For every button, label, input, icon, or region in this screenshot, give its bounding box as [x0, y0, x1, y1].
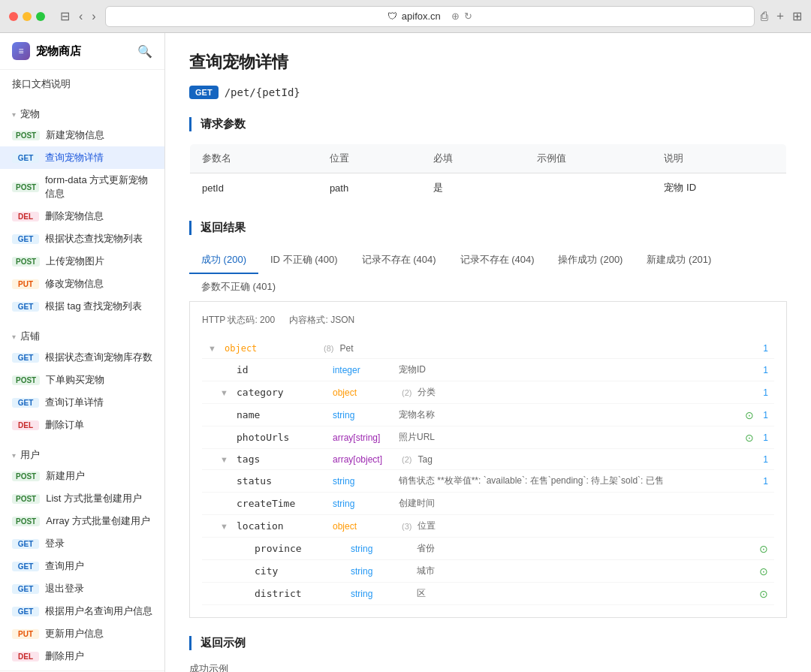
sidebar-item-put-user[interactable]: PUT 更新用户信息	[0, 622, 164, 645]
response-meta: HTTP 状态码: 200 内容格式: JSON	[202, 314, 774, 327]
traffic-lights	[9, 12, 45, 21]
schema-key-id: id	[237, 364, 327, 375]
schema-count-tags: (2)	[402, 455, 412, 464]
schema-type-city: string	[351, 566, 411, 577]
tab-401[interactable]: 参数不正确 (401)	[189, 274, 288, 301]
minimize-button[interactable]	[23, 12, 32, 21]
sidebar-item-del-pet[interactable]: DEL 删除宠物信息	[0, 205, 164, 228]
response-content: HTTP 状态码: 200 内容格式: JSON ▼ object (8) Pe…	[189, 302, 787, 618]
sidebar-item-post-newuser[interactable]: POST 新建用户	[0, 465, 164, 487]
schema-row-status: status string 销售状态 **枚举值**: `available`:…	[202, 470, 774, 493]
app-layout: ≡ 宠物商店 🔍 接口文档说明 ▾ 宠物 POST 新建宠物信息 GET 查询宠…	[0, 33, 811, 672]
schema-row-name: name string 宠物名称 ⊙ 1	[202, 404, 774, 426]
tab-201[interactable]: 新建成功 (201)	[635, 247, 723, 274]
http-status: HTTP 状态码: 200	[202, 315, 275, 325]
sidebar-item-get-tag[interactable]: GET 根据 tag 查找宠物列表	[0, 295, 164, 318]
method-badge-get5: GET	[12, 398, 39, 408]
param-required: 是	[421, 173, 525, 203]
schema-type-name: string	[333, 410, 393, 420]
schema-toggle-category[interactable]: ▼	[220, 388, 231, 397]
schema-key-createtime: createTime	[237, 498, 327, 509]
schema-key-location: location	[237, 520, 327, 532]
tab-404a[interactable]: 记录不存在 (404)	[350, 247, 448, 274]
schema-num-name: 1	[763, 410, 768, 420]
col-desc: 说明	[652, 144, 786, 173]
tab-400[interactable]: ID 不正确 (400)	[258, 247, 350, 274]
schema-row-tags: ▼ tags array[object] (2) Tag 1	[202, 449, 774, 470]
schema-desc-city: 城市	[417, 565, 753, 577]
forward-button[interactable]: ›	[89, 8, 98, 25]
param-example	[525, 173, 652, 203]
tab-200b[interactable]: 操作成功 (200)	[546, 247, 635, 274]
sidebar-item-get-inventory[interactable]: GET 根据状态查询宠物库存数	[0, 346, 164, 369]
schema-desc-status: 销售状态 **枚举值**: `available`: 在售`pending`: …	[399, 475, 757, 487]
sidebar-item-del-user[interactable]: DEL 删除用户	[0, 645, 164, 667]
schema-num-status: 1	[763, 476, 768, 487]
schema-key-status: status	[237, 475, 327, 487]
sidebar-item-get-logout[interactable]: GET 退出登录	[0, 577, 164, 600]
schema-count-object: (8)	[324, 344, 333, 353]
maximize-button[interactable]	[36, 12, 45, 21]
sidebar-item-post-arrayuser[interactable]: POST Array 方式批量创建用户	[0, 510, 164, 532]
share-button[interactable]: ⎙	[761, 8, 768, 24]
schema-key-photourls: photoUrls	[237, 432, 327, 443]
tabs-button[interactable]: ⊞	[792, 8, 802, 24]
sidebar-item-del-order[interactable]: DEL 删除订单	[0, 414, 164, 436]
group-user-label[interactable]: ▾ 用户	[0, 442, 164, 465]
schema-desc-tags: Tag	[418, 454, 757, 465]
schema-tree: ▼ object (8) Pet 1 id integer 宠物ID	[202, 339, 774, 605]
sidebar-toggle[interactable]: ⊟	[57, 8, 73, 25]
sidebar-item-post-formdata[interactable]: POST form-data 方式更新宠物信息	[0, 169, 164, 205]
sidebar-item-post-listuser[interactable]: POST List 方式批量创建用户	[0, 487, 164, 510]
browser-actions: ⎙ ＋ ⊞	[761, 8, 802, 24]
group-store-label[interactable]: ▾ 店铺	[0, 324, 164, 346]
schema-toggle-tags[interactable]: ▼	[220, 455, 231, 464]
back-button[interactable]: ‹	[76, 8, 86, 25]
schema-toggle-object[interactable]: ▼	[208, 344, 219, 353]
method-badge-post5: POST	[12, 472, 40, 481]
address-bar[interactable]: 🛡 apifox.cn ⊕ ↻	[105, 6, 755, 27]
sidebar-item-get-petlist[interactable]: GET 根据状态查找宠物列表	[0, 228, 164, 250]
sidebar-group-user: ▾ 用户 POST 新建用户 POST List 方式批量创建用户 POST A…	[0, 439, 164, 670]
sidebar-header: ≡ 宠物商店 🔍	[0, 33, 164, 70]
group-pet-label[interactable]: ▾ 宠物	[0, 101, 164, 124]
sidebar-item-get-login[interactable]: GET 登录	[0, 532, 164, 555]
sidebar-item-put-pet[interactable]: PUT 修改宠物信息	[0, 273, 164, 295]
schema-row-location: ▼ location object (3) 位置	[202, 515, 774, 538]
schema-key-province: province	[255, 543, 345, 554]
sidebar-item-post-photo[interactable]: POST 上传宠物图片	[0, 250, 164, 273]
tab-404b[interactable]: 记录不存在 (404)	[448, 247, 547, 274]
search-button[interactable]: 🔍	[137, 44, 152, 59]
tab-200[interactable]: 成功 (200)	[189, 247, 258, 274]
schema-type-status: string	[333, 476, 393, 487]
schema-check-photourls: ⊙	[745, 432, 754, 444]
endpoint-path: /pet/{petId}	[225, 86, 300, 98]
method-badge-put: PUT	[12, 279, 39, 289]
schema-num-object: 1	[763, 343, 768, 354]
schema-toggle-location[interactable]: ▼	[220, 522, 231, 531]
main-content: 查询宠物详情 GET /pet/{petId} 请求参数 参数名 位置 必填 示…	[165, 33, 811, 672]
sidebar-item-get-order[interactable]: GET 查询订单详情	[0, 391, 164, 414]
schema-desc-province: 省份	[417, 542, 753, 555]
sidebar-group-store: ▾ 店铺 GET 根据状态查询宠物库存数 POST 下单购买宠物 GET 查询订…	[0, 321, 164, 439]
example-section: 返回示例 成功示例 ▼ { "name" : "高闻适示正省", ▼ "phot…	[189, 636, 787, 672]
close-button[interactable]	[9, 12, 18, 21]
schema-type-photourls: array[string]	[333, 432, 393, 443]
schema-row-object: ▼ object (8) Pet 1	[202, 339, 774, 359]
col-location: 位置	[318, 144, 421, 173]
sidebar-doc-section: 接口文档说明	[0, 70, 164, 98]
schema-row-city: city string 城市 ⊙	[202, 560, 774, 583]
doc-link[interactable]: 接口文档说明	[0, 73, 164, 95]
reload-icon: ↻	[464, 11, 472, 22]
new-tab-button[interactable]: ＋	[774, 8, 786, 24]
sidebar-item-get-pet[interactable]: GET 查询宠物详情	[0, 146, 164, 169]
schema-num-id: 1	[763, 365, 768, 375]
shield-icon: 🛡	[387, 11, 397, 22]
method-badge-del3: DEL	[12, 652, 39, 661]
schema-check-city: ⊙	[759, 565, 768, 577]
sidebar-item-post-order[interactable]: POST 下单购买宠物	[0, 369, 164, 391]
method-badge-put2: PUT	[12, 629, 39, 639]
sidebar-item-get-userbyname[interactable]: GET 根据用户名查询用户信息	[0, 600, 164, 622]
sidebar-item-get-user[interactable]: GET 查询用户	[0, 555, 164, 577]
sidebar-item-post-pet[interactable]: POST 新建宠物信息	[0, 124, 164, 146]
